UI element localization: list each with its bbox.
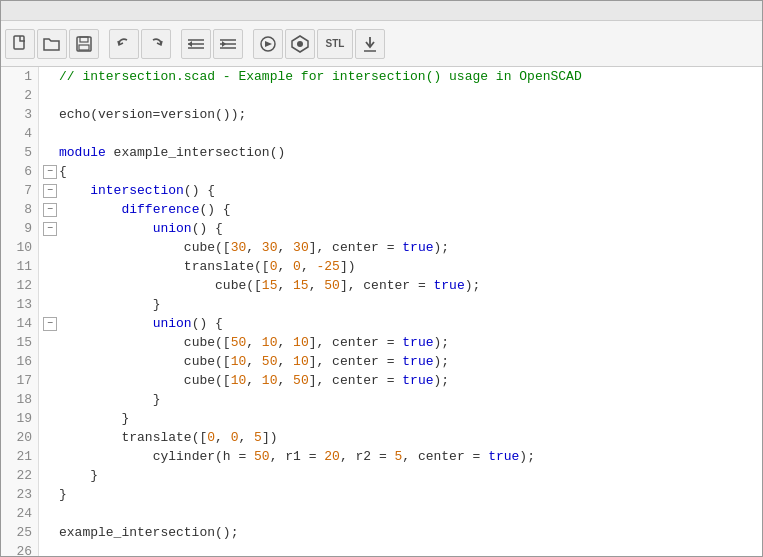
new-file-btn[interactable] — [5, 29, 35, 59]
code-token: translate([ — [184, 257, 270, 276]
code-line: − difference() { — [43, 200, 762, 219]
code-token: example_intersection() — [114, 143, 286, 162]
code-token: true — [402, 238, 433, 257]
line-number: 25 — [1, 523, 38, 542]
code-token: true — [434, 276, 465, 295]
indent-btn[interactable] — [181, 29, 211, 59]
code-token: () { — [192, 219, 223, 238]
unindent-btn[interactable] — [213, 29, 243, 59]
indent-space — [59, 333, 184, 352]
code-line — [43, 542, 762, 556]
code-token: , — [277, 257, 293, 276]
code-token: true — [402, 352, 433, 371]
code-line: translate([0, 0, -25]) — [43, 257, 762, 276]
code-token: 50 — [254, 447, 270, 466]
preview-btn[interactable] — [253, 29, 283, 59]
undo-btn[interactable] — [109, 29, 139, 59]
line-number: 9 — [1, 219, 38, 238]
render-btn[interactable] — [285, 29, 315, 59]
code-token: , r1 = — [270, 447, 325, 466]
code-token: } — [59, 485, 67, 504]
code-token: , — [309, 276, 325, 295]
code-token: cylinder(h = — [153, 447, 254, 466]
code-token: cube([ — [215, 276, 262, 295]
code-line: cube([50, 10, 10], center = true); — [43, 333, 762, 352]
code-token: , center = — [402, 447, 488, 466]
fold-marker[interactable]: − — [43, 222, 57, 236]
code-token: 0 — [231, 428, 239, 447]
code-token: 50 — [231, 333, 247, 352]
code-token: 5 — [394, 447, 402, 466]
svg-point-12 — [297, 41, 303, 47]
line-number: 2 — [1, 86, 38, 105]
code-token: } — [121, 409, 129, 428]
fold-marker[interactable]: − — [43, 203, 57, 217]
code-token: , — [246, 333, 262, 352]
code-token: ]) — [340, 257, 356, 276]
code-token: cube([ — [184, 352, 231, 371]
stl-btn[interactable]: STL — [317, 29, 353, 59]
fold-marker[interactable]: − — [43, 317, 57, 331]
fold-marker[interactable]: − — [43, 184, 57, 198]
line-number: 17 — [1, 371, 38, 390]
code-token: , — [246, 238, 262, 257]
code-token: // intersection.scad - Example for inter… — [59, 67, 582, 86]
code-token: true — [488, 447, 519, 466]
code-line: } — [43, 466, 762, 485]
code-token: example_intersection(); — [59, 523, 238, 542]
save-file-btn[interactable] — [69, 29, 99, 59]
code-token: echo(version=version()); — [59, 105, 246, 124]
code-token: , — [277, 333, 293, 352]
code-token: ); — [465, 276, 481, 295]
line-number: 26 — [1, 542, 38, 556]
code-token: 10 — [293, 333, 309, 352]
code-line — [43, 504, 762, 523]
code-line: cube([15, 15, 50], center = true); — [43, 276, 762, 295]
open-file-btn[interactable] — [37, 29, 67, 59]
svg-rect-0 — [14, 36, 24, 49]
code-token: -25 — [317, 257, 340, 276]
code-area[interactable]: // intersection.scad - Example for inter… — [39, 67, 762, 556]
code-token: difference — [121, 200, 199, 219]
code-token: 5 — [254, 428, 262, 447]
code-token: ); — [434, 371, 450, 390]
indent-space — [59, 466, 90, 485]
code-token: () { — [199, 200, 230, 219]
code-token: 20 — [324, 447, 340, 466]
code-token: ); — [434, 333, 450, 352]
code-token: ], center = — [340, 276, 434, 295]
code-token: cube([ — [184, 238, 231, 257]
code-line — [43, 86, 762, 105]
fold-marker[interactable]: − — [43, 165, 57, 179]
indent-space — [59, 181, 90, 200]
export-btn[interactable] — [355, 29, 385, 59]
code-token: translate([ — [121, 428, 207, 447]
line-number: 24 — [1, 504, 38, 523]
code-token: union — [153, 314, 192, 333]
code-token: ], center = — [309, 238, 403, 257]
redo-btn[interactable] — [141, 29, 171, 59]
code-token: module — [59, 143, 114, 162]
code-token: () { — [184, 181, 215, 200]
line-number: 19 — [1, 409, 38, 428]
line-number: 20 — [1, 428, 38, 447]
code-token: ], center = — [309, 371, 403, 390]
code-token: ); — [519, 447, 535, 466]
code-line: example_intersection(); — [43, 523, 762, 542]
indent-space — [59, 200, 121, 219]
code-token: , — [277, 371, 293, 390]
code-line: } — [43, 409, 762, 428]
line-number: 21 — [1, 447, 38, 466]
code-token: 10 — [262, 333, 278, 352]
indent-space — [59, 428, 121, 447]
indent-space — [59, 257, 184, 276]
line-number: 23 — [1, 485, 38, 504]
line-number: 14 — [1, 314, 38, 333]
code-token: , — [238, 428, 254, 447]
code-token: () { — [192, 314, 223, 333]
line-numbers: 1234567891011121314151617181920212223242… — [1, 67, 39, 556]
code-token: , — [215, 428, 231, 447]
code-line: − union() { — [43, 219, 762, 238]
code-token: ], center = — [309, 333, 403, 352]
code-line: } — [43, 390, 762, 409]
